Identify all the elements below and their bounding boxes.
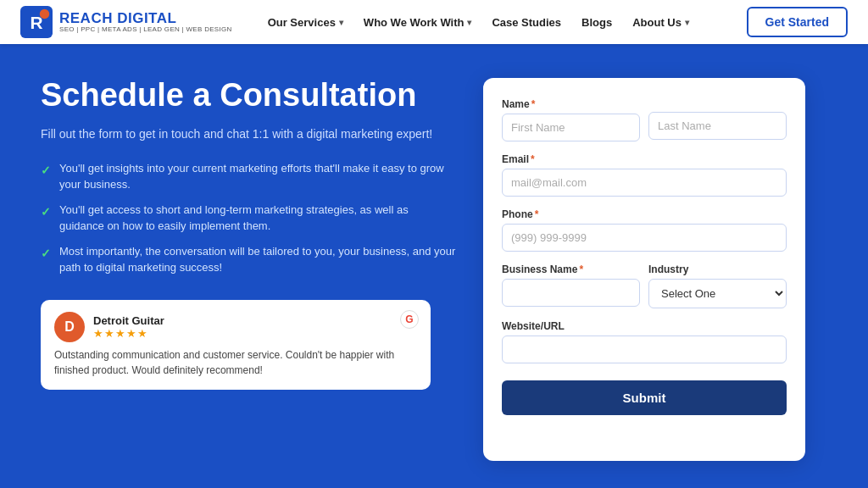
nav-our-services[interactable]: Our Services ▾: [259, 11, 352, 34]
firstname-input[interactable]: [502, 114, 640, 141]
logo-icon: R: [20, 6, 53, 38]
business-name-group: Business Name*: [502, 263, 640, 308]
chevron-down-icon: ▾: [467, 18, 471, 27]
bullet-item-3: ✓ Most importantly, the conversation wil…: [41, 243, 456, 276]
reviewer-info: Detroit Guitar ★★★★★: [93, 314, 164, 340]
chevron-down-icon: ▾: [685, 18, 689, 27]
lastname-input[interactable]: [648, 112, 787, 140]
testimonial-header: D Detroit Guitar ★★★★★: [54, 312, 417, 342]
checkmark-icon: ✓: [41, 245, 51, 263]
get-started-button[interactable]: Get Started: [747, 7, 848, 37]
testimonial-card: D Detroit Guitar ★★★★★ G Outstanding com…: [41, 300, 431, 390]
business-label: Business Name*: [502, 263, 640, 275]
website-label: Website/URL: [502, 320, 787, 332]
checkmark-icon: ✓: [41, 203, 51, 221]
svg-point-2: [40, 9, 49, 19]
email-input[interactable]: [502, 169, 787, 197]
business-name-input[interactable]: [502, 279, 640, 307]
reviewer-name: Detroit Guitar: [93, 314, 164, 327]
industry-select[interactable]: Select One Retail Healthcare Technology …: [648, 279, 787, 308]
phone-group: Phone*: [502, 208, 787, 252]
testimonial-text: Outstanding communication and customer s…: [54, 347, 417, 378]
name-label: Name*: [502, 98, 640, 110]
email-label: Email*: [502, 153, 787, 165]
nav-links: Our Services ▾ Who We Work With ▾ Case S…: [259, 11, 747, 34]
logo-tagline: SEO | PPC | META ADS | LEAD GEN | WEB DE…: [59, 25, 232, 33]
navbar: R REACH DIGITAL SEO | PPC | META ADS | L…: [0, 0, 868, 44]
submit-button[interactable]: Submit: [502, 380, 787, 415]
industry-group: Industry Select One Retail Healthcare Te…: [648, 263, 787, 308]
checkmark-icon: ✓: [41, 162, 51, 180]
phone-label: Phone*: [502, 208, 787, 220]
required-indicator: *: [531, 98, 536, 110]
reviewer-avatar: D: [54, 312, 85, 342]
bullet-item-1: ✓ You'll get insights into your current …: [41, 160, 456, 193]
logo-brand-name: REACH DIGITAL: [59, 11, 232, 25]
logo-text: REACH DIGITAL SEO | PPC | META ADS | LEA…: [59, 11, 232, 33]
google-badge: G: [400, 310, 419, 329]
nav-who-we-work-with[interactable]: Who We Work With ▾: [355, 11, 481, 34]
consultation-form: Name* Email* Phone*: [483, 78, 805, 461]
email-group: Email*: [502, 153, 787, 197]
required-indicator: *: [579, 263, 583, 275]
required-indicator: *: [535, 208, 539, 220]
phone-input[interactable]: [502, 224, 787, 252]
nav-case-studies[interactable]: Case Studies: [483, 11, 570, 34]
lastname-group: [648, 112, 787, 141]
bullet-item-2: ✓ You'll get access to short and long-te…: [41, 202, 456, 235]
required-indicator: *: [531, 153, 535, 165]
nav-blogs[interactable]: Blogs: [573, 11, 620, 34]
name-row: Name*: [502, 98, 787, 141]
chevron-down-icon: ▾: [339, 18, 343, 27]
firstname-group: Name*: [502, 98, 640, 141]
logo[interactable]: R REACH DIGITAL SEO | PPC | META ADS | L…: [20, 6, 232, 38]
website-input[interactable]: [502, 336, 787, 363]
bullet-list: ✓ You'll get insights into your current …: [41, 160, 456, 276]
main-content: Schedule a Consultation Fill out the for…: [0, 44, 868, 488]
business-row: Business Name* Industry Select One Retai…: [502, 263, 787, 308]
hero-title: Schedule a Consultation: [41, 78, 456, 114]
star-rating: ★★★★★: [93, 327, 164, 340]
industry-label: Industry: [648, 263, 787, 275]
hero-subtitle: Fill out the form to get in touch and ch…: [41, 125, 456, 143]
website-group: Website/URL: [502, 320, 787, 363]
left-panel: Schedule a Consultation Fill out the for…: [41, 78, 456, 461]
nav-about-us[interactable]: About Us ▾: [624, 11, 698, 34]
